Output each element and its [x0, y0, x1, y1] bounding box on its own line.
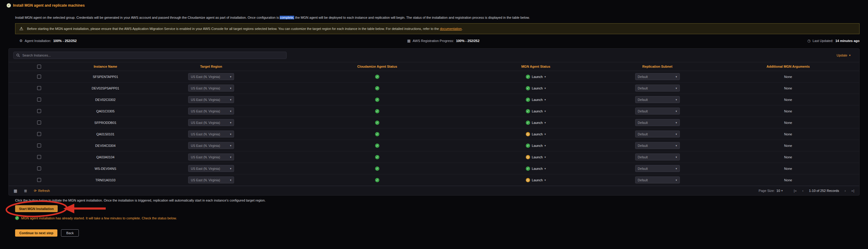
launch-label[interactable]: Launch — [532, 167, 543, 170]
replication-subnet-dropdown[interactable]: Default ▾ — [635, 130, 680, 137]
cloudamize-status-icon: ✓ — [375, 98, 379, 102]
target-region-value: US East (N. Virginia) — [191, 144, 220, 148]
row-checkbox[interactable] — [37, 178, 41, 182]
grid-view-icon[interactable]: ▦ — [13, 189, 17, 193]
success-check-icon: ✓ — [15, 216, 19, 220]
row-checkbox[interactable] — [37, 144, 41, 148]
row-checkbox[interactable] — [37, 86, 41, 90]
target-region-dropdown[interactable]: US East (N. Virginia) ▾ — [188, 130, 234, 137]
mgn-status-icon: ✓ — [526, 75, 530, 79]
launch-label[interactable]: Launch — [532, 110, 543, 113]
target-region-dropdown[interactable]: US East (N. Virginia) ▾ — [188, 119, 234, 126]
launch-chevron-icon[interactable]: ▾ — [545, 133, 546, 136]
target-region-dropdown[interactable]: US East (N. Virginia) ▾ — [188, 177, 234, 183]
launch-chevron-icon[interactable]: ▾ — [545, 110, 546, 113]
prev-page-button[interactable]: ‹ — [802, 189, 803, 193]
back-button[interactable]: Back — [61, 229, 79, 237]
mgn-status-icon: ✓ — [526, 98, 530, 102]
update-button[interactable]: Update ▾ — [837, 54, 855, 57]
launch-label[interactable]: Launch — [532, 121, 543, 125]
chevron-down-icon: ▾ — [676, 87, 677, 90]
select-all-checkbox[interactable] — [37, 65, 41, 69]
chevron-down-icon: ▾ — [230, 179, 231, 182]
row-checkbox[interactable] — [37, 75, 41, 79]
chevron-down-icon: ▾ — [676, 98, 677, 101]
row-checkbox[interactable] — [37, 166, 41, 170]
row-checkbox[interactable] — [37, 155, 41, 159]
launch-chevron-icon[interactable]: ▾ — [545, 75, 546, 78]
target-region-dropdown[interactable]: US East (N. Virginia) ▾ — [188, 107, 234, 115]
launch-chevron-icon[interactable]: ▾ — [545, 167, 546, 170]
update-button-label: Update — [837, 54, 847, 57]
last-page-button[interactable]: »| — [851, 189, 855, 193]
row-checkbox[interactable] — [37, 109, 41, 113]
replication-subnet-dropdown[interactable]: Default ▾ — [635, 154, 680, 160]
chevron-down-icon: ▾ — [230, 121, 231, 124]
target-region-cell: US East (N. Virginia) ▾ — [142, 85, 281, 92]
refresh-button[interactable]: ⟳ Refresh — [34, 189, 50, 193]
search-input[interactable] — [22, 54, 284, 57]
row-checkbox[interactable] — [37, 132, 41, 136]
pager-buttons: |« ‹ 1-10 of 252 Records › »| — [794, 189, 855, 193]
agent-installation-label: Agent Installation: — [25, 39, 51, 42]
start-mgn-installation-button[interactable]: Start MGN Installation — [15, 205, 58, 212]
replication-subnet-dropdown[interactable]: Default ▾ — [635, 85, 680, 92]
row-checkbox[interactable] — [37, 121, 41, 125]
chevron-down-icon: ▾ — [676, 133, 677, 136]
mgn-arguments-value: None — [717, 86, 859, 90]
launch-label[interactable]: Launch — [532, 98, 543, 101]
warning-icon: ⚠ — [19, 26, 23, 31]
continue-button[interactable]: Continue to next step — [15, 229, 57, 237]
mgn-status-cell: ✓ Launch ▾ — [474, 75, 598, 79]
launch-chevron-icon[interactable]: ▾ — [545, 98, 546, 101]
replication-subnet-value: Default — [638, 155, 648, 159]
target-region-dropdown[interactable]: US East (N. Virginia) ▾ — [188, 165, 234, 172]
target-region-cell: US East (N. Virginia) ▾ — [142, 165, 281, 172]
target-region-dropdown[interactable]: US East (N. Virginia) ▾ — [188, 142, 234, 149]
documentation-link[interactable]: documentation — [440, 27, 462, 31]
replication-subnet-dropdown[interactable]: Default ▾ — [635, 165, 680, 172]
launch-label[interactable]: Launch — [532, 86, 543, 90]
mgn-status-cell: ✓ Launch ▾ — [474, 144, 598, 148]
replication-subnet-dropdown[interactable]: Default ▾ — [635, 142, 680, 149]
launch-chevron-icon[interactable]: ▾ — [545, 87, 546, 90]
row-checkbox[interactable] — [37, 98, 41, 101]
mgn-status-cell: ✓ Launch ▾ — [474, 166, 598, 171]
replication-subnet-dropdown[interactable]: Default ▾ — [635, 73, 680, 80]
launch-chevron-icon[interactable]: ▾ — [545, 144, 546, 147]
launch-chevron-icon[interactable]: ▾ — [545, 156, 546, 159]
page-size-label: Page Size: — [759, 189, 775, 192]
target-region-dropdown[interactable]: US East (N. Virginia) ▾ — [188, 85, 234, 92]
column-header: MGN Agent Status — [474, 65, 598, 68]
first-page-button[interactable]: |« — [794, 189, 797, 193]
bottom-actions: Click the button below to initiate the M… — [15, 198, 860, 237]
page-header: ✓ Install MGN agent and replicate machin… — [7, 3, 85, 7]
instance-name: QA01C0305 — [69, 110, 142, 113]
launch-label[interactable]: Launch — [532, 178, 543, 182]
target-region-dropdown[interactable]: US East (N. Virginia) ▾ — [188, 73, 234, 80]
intro-text-selected: complete, — [280, 16, 294, 19]
replication-subnet-dropdown[interactable]: Default ▾ — [635, 107, 680, 115]
list-view-icon[interactable]: ≣ — [24, 189, 27, 193]
instances-panel: Update ▾ Instance NameTarget RegionCloud… — [8, 48, 860, 195]
table-row: TRN01A0103 US East (N. Virginia) ▾ ✓ ◷ L… — [9, 174, 859, 186]
launch-label[interactable]: Launch — [532, 75, 543, 79]
replication-subnet-dropdown[interactable]: Default ▾ — [635, 177, 680, 183]
launch-chevron-icon[interactable]: ▾ — [545, 121, 546, 124]
replication-subnet-dropdown[interactable]: Default ▾ — [635, 96, 680, 103]
target-region-dropdown[interactable]: US East (N. Virginia) ▾ — [188, 154, 234, 160]
next-page-button[interactable]: › — [844, 189, 846, 193]
replication-subnet-cell: Default ▾ — [598, 130, 717, 137]
replication-subnet-value: Default — [638, 121, 648, 125]
column-header: Replication Subnet — [598, 65, 717, 68]
launch-label[interactable]: Launch — [532, 132, 543, 136]
launch-label[interactable]: Launch — [532, 144, 543, 148]
target-region-dropdown[interactable]: US East (N. Virginia) ▾ — [188, 96, 234, 103]
replication-subnet-dropdown[interactable]: Default ▾ — [635, 119, 680, 126]
cloudamize-status-icon: ✓ — [375, 109, 379, 113]
page-size-select[interactable]: 10 ▾ — [776, 189, 783, 192]
launch-label[interactable]: Launch — [532, 155, 543, 159]
instance-name: SFSPENTAPP01 — [69, 75, 142, 79]
launch-chevron-icon[interactable]: ▾ — [545, 179, 546, 182]
chevron-down-icon: ▾ — [230, 144, 231, 147]
